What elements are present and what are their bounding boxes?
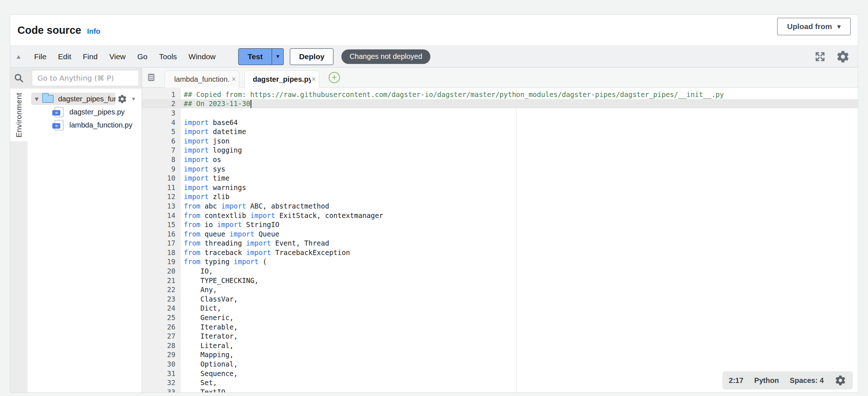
environment-strip: Environment xyxy=(10,68,28,392)
changes-not-deployed-badge: Changes not deployed xyxy=(341,49,430,64)
line-number: 2 xyxy=(142,100,181,108)
line-number: 26 xyxy=(142,323,181,331)
menu-item-find[interactable]: Find xyxy=(77,52,104,61)
code-line-19[interactable]: 19from typing import ( xyxy=(142,257,858,267)
code-line-30[interactable]: 30 Optional, xyxy=(142,359,858,369)
code-line-22[interactable]: 22 Any, xyxy=(142,285,858,294)
editor-tab-dagster_pipes.py[interactable]: dagster_pipes.py× xyxy=(244,70,319,88)
code-line-4[interactable]: 4import base64 xyxy=(142,118,858,127)
tree-file-row[interactable]: ‹›lambda_function.py xyxy=(28,118,142,132)
code-line-2[interactable]: 2## On 2023-11-30 xyxy=(142,99,858,109)
info-link[interactable]: Info xyxy=(87,27,101,36)
code-line-20[interactable]: 20 IO, xyxy=(142,266,858,276)
code-line-10[interactable]: 10import time xyxy=(142,173,858,183)
line-number: 21 xyxy=(142,276,181,284)
test-button[interactable]: Test xyxy=(238,48,272,65)
code-line-7[interactable]: 7import logging xyxy=(142,146,858,155)
line-number: 12 xyxy=(142,193,181,201)
chevron-down-icon: ▼ xyxy=(837,24,841,29)
spaces-setting[interactable]: Spaces: 4 xyxy=(790,376,824,385)
code-line-17[interactable]: 17from threading import Event, Thread xyxy=(142,239,858,248)
statusbar-gear-icon[interactable] xyxy=(835,375,846,386)
code-line-21[interactable]: 21 TYPE_CHECKING, xyxy=(142,276,858,285)
code-line-14[interactable]: 14from contextlib import ExitStack, cont… xyxy=(142,211,858,220)
tree-gear-dropdown-icon[interactable]: ▼ xyxy=(132,97,135,101)
menu-item-window[interactable]: Window xyxy=(183,52,222,61)
line-number: 30 xyxy=(142,360,181,368)
code-line-9[interactable]: 9import sys xyxy=(142,164,858,174)
code-line-6[interactable]: 6import json xyxy=(142,136,858,146)
editor-tab-lambda_function[interactable]: lambda_function.× xyxy=(165,70,239,88)
file-name: dagster_pipes.py xyxy=(69,108,125,116)
code-line-13[interactable]: 13from abc import ABC, abstractmethod xyxy=(142,201,858,211)
fullscreen-icon[interactable] xyxy=(814,51,826,62)
code-editor[interactable]: 1## Copied from: https://raw.githubuserc… xyxy=(142,88,858,392)
code-text: from typing import ( xyxy=(181,258,267,266)
line-number: 19 xyxy=(142,258,181,266)
code-line-25[interactable]: 25 Generic, xyxy=(142,313,858,322)
code-text: from contextlib import ExitStack, contex… xyxy=(181,211,383,219)
goto-anything-row xyxy=(28,68,142,89)
environment-strip-rest xyxy=(10,141,28,392)
code-line-11[interactable]: 11import warnings xyxy=(142,183,858,192)
code-line-15[interactable]: 15from io import StringIO xyxy=(142,220,858,229)
code-text: import time xyxy=(181,174,230,182)
code-line-12[interactable]: 12import zlib xyxy=(142,192,858,202)
settings-gear-icon[interactable] xyxy=(836,50,850,64)
code-line-1[interactable]: 1## Copied from: https://raw.githubuserc… xyxy=(142,90,858,99)
line-number: 13 xyxy=(142,202,181,210)
line-number: 9 xyxy=(142,165,181,173)
test-split-button: Test ▼ xyxy=(238,48,284,65)
code-text: ## Copied from: https://raw.githubuserco… xyxy=(181,90,724,98)
code-text: import sys xyxy=(181,165,225,173)
editor-tabbar: lambda_function.×dagster_pipes.py× + xyxy=(142,68,858,88)
code-line-28[interactable]: 28 Literal, xyxy=(142,341,858,350)
collapse-up-icon[interactable]: ▲ xyxy=(17,54,20,59)
code-line-23[interactable]: 23 ClassVar, xyxy=(142,294,858,304)
tab-close-icon[interactable]: × xyxy=(311,74,316,84)
new-tab-button[interactable]: + xyxy=(329,72,340,83)
line-number: 31 xyxy=(142,369,181,377)
tree-file-row[interactable]: ‹›dagster_pipes.py xyxy=(28,105,142,118)
menu-item-edit[interactable]: Edit xyxy=(52,52,77,61)
goto-anything-input[interactable] xyxy=(32,70,139,86)
deploy-button[interactable]: Deploy xyxy=(290,48,333,65)
code-line-5[interactable]: 5import datetime xyxy=(142,127,858,136)
menu-items: FileEditFindViewGoToolsWindow xyxy=(28,52,222,61)
code-text: from threading import Event, Thread xyxy=(181,239,329,247)
tab-list-icon[interactable] xyxy=(146,72,157,82)
tree-settings-gear-icon[interactable] xyxy=(117,94,127,104)
cursor-position[interactable]: 2:17 xyxy=(729,376,743,385)
menu-item-tools[interactable]: Tools xyxy=(153,52,183,61)
menu-item-file[interactable]: File xyxy=(28,52,52,61)
code-line-27[interactable]: 27 Iterator, xyxy=(142,331,858,341)
test-dropdown-button[interactable]: ▼ xyxy=(272,48,284,65)
upload-from-button[interactable]: Upload from ▼ xyxy=(777,18,851,35)
folder-name: dagster_pipes_funct xyxy=(58,95,115,103)
code-line-3[interactable]: 3 xyxy=(142,108,858,118)
code-line-16[interactable]: 16from queue import Queue xyxy=(142,229,858,239)
code-text: import os xyxy=(181,155,221,163)
language-mode[interactable]: Python xyxy=(754,376,779,385)
tree-folder-row[interactable]: ▼ dagster_pipes_funct ▼ xyxy=(28,92,142,105)
python-file-icon: ‹› xyxy=(54,107,64,117)
code-text: IO, xyxy=(181,267,213,275)
menu-item-view[interactable]: View xyxy=(104,52,131,61)
line-number: 16 xyxy=(142,230,181,238)
file-tree-panel: ▼ dagster_pipes_funct ▼ ‹›dagster_pipes.… xyxy=(28,68,142,392)
menu-item-go[interactable]: Go xyxy=(131,52,153,61)
code-line-29[interactable]: 29 Mapping, xyxy=(142,350,858,360)
code-text: Iterator, xyxy=(181,332,238,340)
line-number: 33 xyxy=(142,388,181,392)
folder-expand-caret-icon[interactable]: ▼ xyxy=(35,96,38,102)
tab-close-icon[interactable]: × xyxy=(231,74,236,84)
code-line-26[interactable]: 26 Iterable, xyxy=(142,322,858,332)
code-text: import datetime xyxy=(181,128,246,136)
code-line-8[interactable]: 8import os xyxy=(142,155,858,164)
environment-tab[interactable]: Environment xyxy=(10,89,28,141)
search-icon[interactable] xyxy=(13,73,24,84)
code-line-24[interactable]: 24 Dict, xyxy=(142,304,858,313)
code-line-18[interactable]: 18from traceback import TracebackExcepti… xyxy=(142,248,858,257)
menubar-right xyxy=(814,50,850,64)
code-text: import json xyxy=(181,137,230,145)
